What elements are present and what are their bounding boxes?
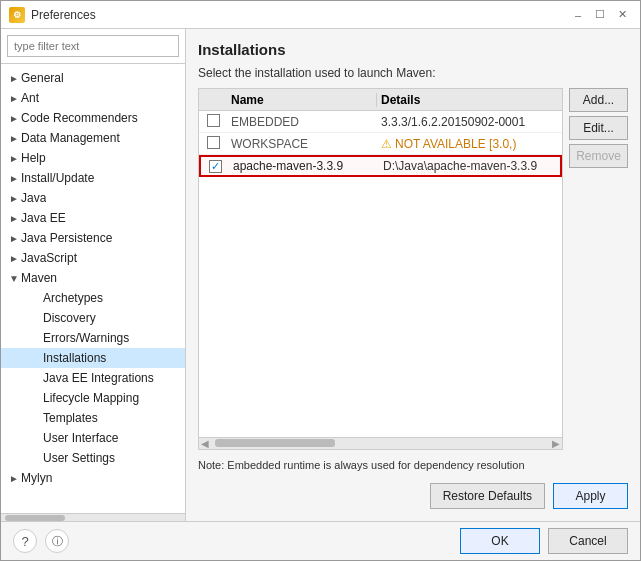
search-box [1,29,185,64]
table-row[interactable]: EMBEDDED 3.3.3/1.6.2.20150902-0001 [199,111,562,133]
row-details-workspace: ⚠NOT AVAILABLE [3.0,) [377,137,562,151]
checkbox-workspace[interactable] [207,136,220,149]
remove-button[interactable]: Remove [569,144,628,168]
sidebar-item-java[interactable]: ► Java [1,188,185,208]
panel-title: Installations [198,41,628,58]
sidebar-item-installations[interactable]: Installations [1,348,185,368]
maximize-button[interactable]: ☐ [590,6,610,24]
apply-button[interactable]: Apply [553,483,628,509]
title-bar-left: ⚙ Preferences [9,7,96,23]
sidebar-item-discovery[interactable]: Discovery [1,308,185,328]
scrollbar-thumb-h [215,439,335,447]
sidebar: ► General ► Ant ► Code Recommenders ► Da… [1,29,186,521]
panel-subtitle: Select the installation used to launch M… [198,66,628,80]
content-area: ► General ► Ant ► Code Recommenders ► Da… [1,29,640,521]
sidebar-item-java-ee[interactable]: ► Java EE [1,208,185,228]
warning-icon: ⚠ [381,137,392,151]
sidebar-item-general[interactable]: ► General [1,68,185,88]
sidebar-item-java-persistence[interactable]: ► Java Persistence [1,228,185,248]
table-row[interactable]: ✓ apache-maven-3.3.9 D:\Java\apache-mave… [199,155,562,177]
row-checkbox-workspace[interactable] [199,136,227,152]
restore-defaults-button[interactable]: Restore Defaults [430,483,545,509]
help-icon[interactable]: ? [13,529,37,553]
sidebar-item-templates[interactable]: Templates [1,408,185,428]
table-row[interactable]: WORKSPACE ⚠NOT AVAILABLE [3.0,) [199,133,562,155]
row-details-apache-maven: D:\Java\apache-maven-3.3.9 [379,159,560,173]
sidebar-item-label: Mylyn [21,471,52,485]
sidebar-item-label: Data Management [21,131,120,145]
sidebar-item-maven[interactable]: ▼ Maven [1,268,185,288]
sidebar-item-install-update[interactable]: ► Install/Update [1,168,185,188]
scrollbar-thumb [5,515,65,521]
sidebar-item-help[interactable]: ► Help [1,148,185,168]
sidebar-item-label: Lifecycle Mapping [43,391,139,405]
sidebar-item-label: Java EE Integrations [43,371,154,385]
sidebar-item-user-settings[interactable]: User Settings [1,448,185,468]
table-scrollbar-h[interactable]: ◀ ▶ [199,437,562,449]
sidebar-item-label: Code Recommenders [21,111,138,125]
cancel-button[interactable]: Cancel [548,528,628,554]
sidebar-item-data-management[interactable]: ► Data Management [1,128,185,148]
expand-arrow: ► [9,173,21,184]
sidebar-item-label: Java Persistence [21,231,112,245]
info-icon[interactable]: ⓘ [45,529,69,553]
checkbox-apache-maven[interactable]: ✓ [209,160,222,173]
minimize-button[interactable]: – [568,6,588,24]
sidebar-item-label: Help [21,151,46,165]
expand-arrow: ▼ [9,273,21,284]
sidebar-item-archetypes[interactable]: Archetypes [1,288,185,308]
sidebar-item-label: Archetypes [43,291,103,305]
add-button[interactable]: Add... [569,88,628,112]
row-name-embedded: EMBEDDED [227,115,377,129]
preferences-window: ⚙ Preferences – ☐ ✕ ► General ► [0,0,641,561]
sidebar-item-label: Installations [43,351,106,365]
sidebar-item-code-recommenders[interactable]: ► Code Recommenders [1,108,185,128]
search-input[interactable] [7,35,179,57]
expand-arrow: ► [9,233,21,244]
sidebar-item-user-interface[interactable]: User Interface [1,428,185,448]
row-checkbox-embedded[interactable] [199,114,227,130]
header-details-col: Details [377,93,562,107]
table-body: EMBEDDED 3.3.3/1.6.2.20150902-0001 WORKS… [199,111,562,437]
expand-arrow: ► [9,213,21,224]
installations-table: Name Details EMBEDDED 3.3.3/1.6.2.201509… [198,88,563,450]
sidebar-scrollbar[interactable] [1,513,185,521]
sidebar-item-ant[interactable]: ► Ant [1,88,185,108]
sidebar-item-javascript[interactable]: ► JavaScript [1,248,185,268]
sidebar-item-lifecycle-mapping[interactable]: Lifecycle Mapping [1,388,185,408]
window-title: Preferences [31,8,96,22]
expand-arrow: ► [9,193,21,204]
expand-arrow: ► [9,93,21,104]
app-icon: ⚙ [9,7,25,23]
table-header: Name Details [199,89,562,111]
sidebar-item-label: General [21,71,64,85]
scroll-left-arrow[interactable]: ◀ [199,438,211,449]
close-button[interactable]: ✕ [612,6,632,24]
title-controls: – ☐ ✕ [568,6,632,24]
row-details-embedded: 3.3.3/1.6.2.20150902-0001 [377,115,562,129]
sidebar-item-errors-warnings[interactable]: Errors/Warnings [1,328,185,348]
tree: ► General ► Ant ► Code Recommenders ► Da… [1,64,185,513]
expand-arrow: ► [9,133,21,144]
edit-button[interactable]: Edit... [569,116,628,140]
expand-arrow: ► [9,113,21,124]
checkbox-embedded[interactable] [207,114,220,127]
bottom-left-icons: ? ⓘ [13,529,69,553]
sidebar-item-label: Errors/Warnings [43,331,129,345]
scroll-right-arrow[interactable]: ▶ [550,438,562,449]
sidebar-item-java-ee-integration[interactable]: Java EE Integrations [1,368,185,388]
header-name-col: Name [227,93,377,107]
sidebar-item-label: User Settings [43,451,115,465]
ok-button[interactable]: OK [460,528,540,554]
row-checkbox-apache-maven[interactable]: ✓ [201,159,229,173]
sidebar-item-label: Install/Update [21,171,94,185]
sidebar-item-mylyn[interactable]: ► Mylyn [1,468,185,488]
expand-arrow: ► [9,153,21,164]
installations-layout: Name Details EMBEDDED 3.3.3/1.6.2.201509… [198,88,628,450]
bottom-right-buttons: OK Cancel [460,528,628,554]
sidebar-item-label: Discovery [43,311,96,325]
bottom-bar: ? ⓘ OK Cancel [1,521,640,560]
expand-arrow: ► [9,73,21,84]
sidebar-item-label: Templates [43,411,98,425]
note-text: Note: Embedded runtime is always used fo… [198,458,628,473]
